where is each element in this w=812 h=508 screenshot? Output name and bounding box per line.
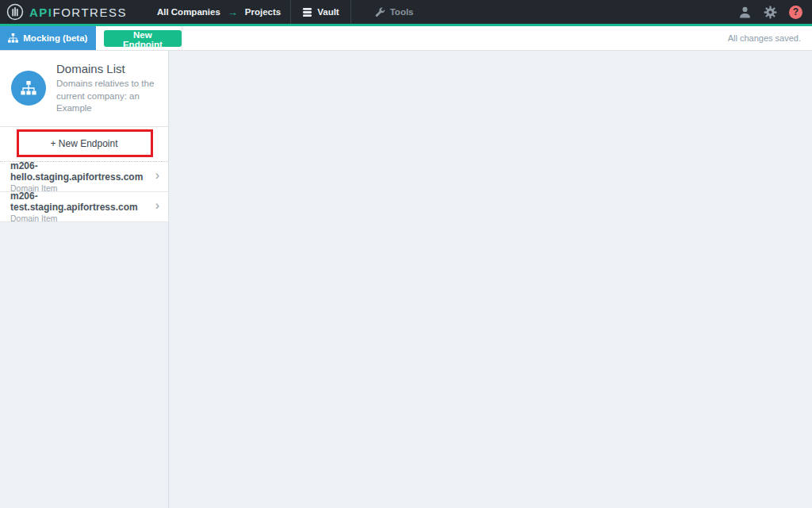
- topbar-actions: ?: [738, 6, 812, 19]
- sidebar: Domains List Domains relatives to the cu…: [0, 51, 169, 508]
- domain-item-text: m206-test.staging.apifortress.com Domain…: [10, 190, 155, 223]
- tab-mocking-label: Mocking (beta): [23, 33, 87, 43]
- chevron-right-icon: ›: [155, 169, 159, 183]
- sidebar-subtitle: Domains relatives to the current company…: [56, 78, 159, 115]
- nav-vault-label: Vault: [317, 7, 339, 17]
- domain-item-title: m206-hello.staging.apifortress.com: [10, 160, 155, 183]
- sidebar-new-endpoint-button[interactable]: + New Endpoint: [0, 127, 168, 162]
- sitemap-icon: [21, 81, 36, 95]
- logo-fortress: FORTRESS: [53, 6, 127, 19]
- sitemap-icon: [8, 33, 18, 43]
- save-status: All changes saved.: [728, 33, 812, 43]
- content: Domains List Domains relatives to the cu…: [0, 51, 812, 508]
- top-navigation: All Companies → Projects Vault Tools: [147, 0, 438, 24]
- main-empty-area: [169, 51, 812, 508]
- tab-mocking-beta[interactable]: Mocking (beta): [0, 26, 96, 50]
- logo-api: API: [29, 6, 53, 19]
- domains-icon-circle: [11, 71, 46, 106]
- sidebar-title: Domains List: [56, 62, 159, 75]
- domain-item-m206-hello[interactable]: m206-hello.staging.apifortress.com Domai…: [0, 162, 168, 192]
- user-icon[interactable]: [738, 6, 752, 19]
- domains-list-header-text: Domains List Domains relatives to the cu…: [56, 62, 159, 115]
- logo-text: APIFORTRESS: [29, 6, 127, 19]
- logo[interactable]: APIFORTRESS: [6, 3, 127, 21]
- wrench-icon: [375, 7, 385, 17]
- apifortress-logo-icon: [6, 3, 24, 21]
- gear-icon[interactable]: [764, 6, 777, 19]
- app-root: APIFORTRESS All Companies → Projects Vau…: [0, 0, 812, 508]
- toolbar: Mocking (beta) New Endpoint All changes …: [0, 26, 812, 51]
- domain-item-subtitle: Domain Item: [10, 214, 155, 223]
- chevron-right-icon: ›: [155, 199, 159, 214]
- sidebar-new-endpoint-label: + New Endpoint: [50, 138, 117, 149]
- topbar: APIFORTRESS All Companies → Projects Vau…: [0, 0, 812, 24]
- domain-item-text: m206-hello.staging.apifortress.com Domai…: [10, 160, 155, 193]
- nav-projects[interactable]: Projects: [245, 7, 281, 17]
- new-endpoint-button[interactable]: New Endpoint: [104, 30, 182, 47]
- domain-item-m206-test[interactable]: m206-test.staging.apifortress.com Domain…: [0, 192, 168, 222]
- nav-tools[interactable]: Tools: [350, 0, 438, 24]
- nav-all-companies[interactable]: All Companies: [157, 7, 220, 17]
- nav-tools-label: Tools: [390, 7, 414, 17]
- domains-list-header: Domains List Domains relatives to the cu…: [0, 51, 168, 127]
- breadcrumb-arrow-icon: →: [228, 6, 238, 18]
- breadcrumb: All Companies → Projects: [147, 0, 290, 24]
- help-icon[interactable]: ?: [789, 6, 802, 19]
- nav-vault[interactable]: Vault: [290, 0, 350, 24]
- toolbar-left: Mocking (beta) New Endpoint: [0, 26, 182, 50]
- database-icon: [302, 7, 312, 17]
- domain-item-title: m206-test.staging.apifortress.com: [10, 190, 155, 213]
